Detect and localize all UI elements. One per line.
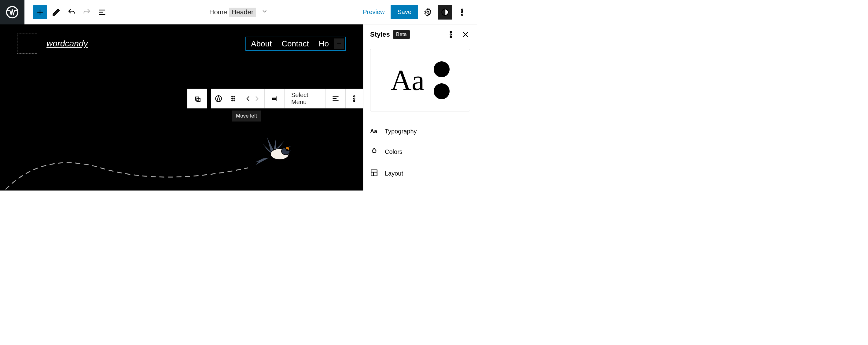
svg-point-11 [232, 98, 232, 99]
move-right-button [250, 89, 265, 108]
nav-item-label: Colors [385, 148, 403, 156]
list-view-button[interactable] [96, 6, 108, 18]
decorative-dashed-path [0, 119, 269, 191]
justify-button[interactable] [265, 89, 284, 108]
typography-nav-item[interactable]: Aa Typography [370, 122, 470, 141]
svg-point-14 [234, 100, 235, 101]
add-nav-item-button[interactable] [334, 38, 344, 49]
more-options-button[interactable] [456, 6, 468, 18]
beta-badge: Beta [393, 30, 410, 39]
svg-point-1 [427, 11, 429, 13]
svg-point-16 [353, 96, 355, 97]
svg-point-10 [234, 96, 235, 97]
select-menu-button[interactable]: Select Menu [284, 92, 326, 106]
bird-image [248, 131, 300, 171]
svg-point-22 [450, 31, 452, 33]
svg-point-3 [462, 9, 463, 10]
sidebar-more-button[interactable] [446, 30, 455, 39]
top-toolbar: Home Header Preview Save [0, 0, 477, 25]
svg-point-12 [234, 98, 235, 99]
undo-button[interactable] [65, 6, 78, 18]
toolbar-left [25, 5, 108, 19]
navigation-block[interactable]: About Contact Ho [245, 37, 346, 51]
nav-item[interactable]: About [246, 38, 277, 50]
nav-item[interactable]: Ho [314, 38, 334, 50]
sidebar-header: Styles Beta [363, 25, 477, 44]
colors-nav-item[interactable]: Colors [370, 141, 470, 163]
svg-point-17 [353, 98, 355, 99]
styles-nav: Aa Typography Colors Layout [363, 116, 477, 191]
toolbar-right: Preview Save [363, 5, 477, 20]
settings-button[interactable] [422, 6, 434, 18]
color-swatch [434, 83, 450, 99]
styles-preview[interactable]: Aa [370, 49, 470, 111]
svg-point-0 [7, 6, 18, 18]
styles-toggle-button[interactable] [438, 5, 452, 20]
typography-icon: Aa [370, 128, 378, 135]
document-breadcrumb[interactable]: Home Header [209, 8, 268, 17]
layout-nav-item[interactable]: Layout [370, 163, 470, 184]
svg-point-18 [353, 100, 355, 101]
drag-handle[interactable] [226, 89, 241, 108]
block-type-button[interactable] [211, 89, 226, 108]
svg-point-4 [462, 11, 463, 13]
svg-rect-25 [371, 170, 377, 176]
add-block-button[interactable] [33, 5, 47, 19]
block-parent-button[interactable] [187, 89, 207, 109]
typography-preview: Aa [391, 64, 425, 97]
svg-point-24 [450, 36, 452, 38]
svg-point-23 [450, 34, 452, 35]
site-title[interactable]: wordcandy [46, 39, 88, 48]
site-logo-placeholder[interactable] [17, 34, 37, 54]
block-toolbar: Select Menu [211, 89, 363, 109]
breadcrumb-current: Header [229, 8, 256, 17]
sidebar-title: Styles [370, 31, 390, 38]
color-preview [434, 61, 450, 99]
layout-icon [370, 169, 378, 178]
color-swatch [434, 61, 450, 77]
svg-point-5 [462, 14, 463, 15]
alignment-button[interactable] [326, 89, 345, 108]
svg-rect-15 [273, 98, 276, 100]
drop-icon [370, 147, 378, 157]
styles-sidebar: Styles Beta Aa Aa Typography [363, 25, 477, 191]
preview-link[interactable]: Preview [363, 8, 384, 15]
redo-button [81, 6, 93, 18]
breadcrumb-root: Home [209, 8, 227, 16]
nav-item[interactable]: Contact [277, 38, 314, 50]
save-button[interactable]: Save [391, 5, 418, 19]
svg-point-21 [287, 149, 288, 151]
site-header-block[interactable]: wordcandy About Contact Ho [0, 25, 363, 54]
chevron-down-icon[interactable] [261, 8, 268, 16]
editor-canvas[interactable]: wordcandy About Contact Ho [0, 25, 363, 191]
main-area: wordcandy About Contact Ho [0, 25, 477, 191]
nav-item-label: Layout [385, 170, 403, 177]
svg-point-9 [232, 96, 232, 97]
nav-item-label: Typography [385, 128, 417, 135]
wordpress-logo[interactable] [0, 0, 25, 25]
svg-point-13 [232, 100, 232, 101]
close-sidebar-button[interactable] [461, 30, 470, 39]
block-more-options[interactable] [346, 89, 363, 108]
edit-tool-button[interactable] [50, 6, 62, 18]
